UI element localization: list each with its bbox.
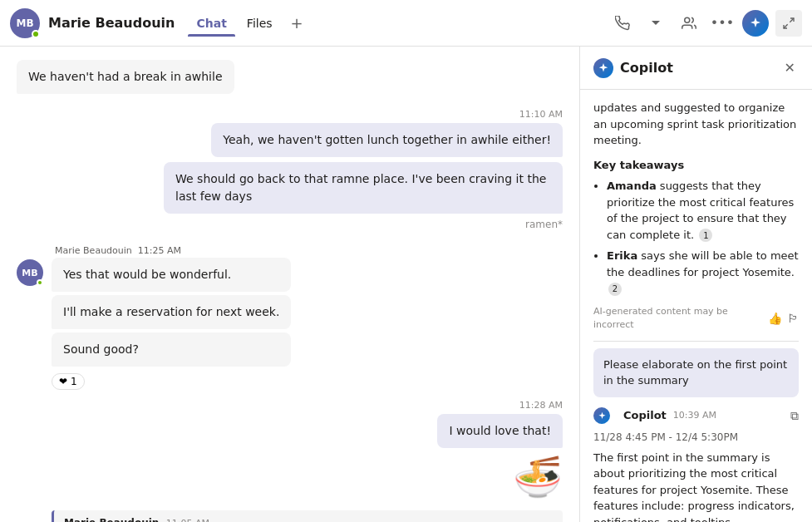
message-bubble: We haven't had a break in awhile (17, 60, 234, 94)
message-bubbles-group: Yes that would be wonderful. I'll make a… (52, 258, 291, 390)
message-group: We haven't had a break in awhile (17, 60, 563, 99)
divider (593, 341, 799, 342)
reaction-count: 1 (71, 376, 77, 387)
header-nav: Chat Files + (188, 9, 309, 37)
chat-messages-area[interactable]: We haven't had a break in awhile 11:10 A… (0, 47, 579, 522)
close-copilot-button[interactable]: ✕ (781, 57, 799, 79)
copilot-response-header: Copilot 10:39 AM ⧉ (593, 407, 799, 425)
reference-badge: 2 (608, 283, 622, 296)
sender-avatar: MB (17, 259, 43, 286)
message-group: 11:28 AM I would love that! 🍜 (17, 400, 563, 500)
message-timestamp: 11:28 AM (17, 400, 563, 411)
online-status-dot (37, 279, 43, 286)
tab-chat[interactable]: Chat (188, 12, 234, 35)
user-avatar: MB (10, 8, 40, 38)
more-options-button[interactable]: ••• (709, 10, 736, 37)
ellipsis-icon: ••• (711, 15, 734, 31)
quoted-message: Marie Beaudouin 11:05 AM Here is the lat… (52, 510, 563, 522)
outgoing-message: ramen* (17, 219, 563, 230)
header-actions: ••• (609, 10, 802, 37)
online-status-dot (32, 30, 40, 38)
copilot-header-button[interactable] (742, 10, 769, 37)
user-query-bubble: Please elaborate on the first point in t… (593, 348, 799, 397)
contact-name: Marie Beaudouin (48, 15, 175, 31)
message-bubble: We should go back to that ramne place. I… (164, 162, 563, 214)
reaction-badge[interactable]: ❤️ 1 (52, 373, 85, 390)
incoming-message-with-avatar: MB Yes that would be wonderful. I'll mak… (17, 258, 563, 390)
response-text: The first point in the summary is about … (593, 450, 799, 523)
app-header: MB Marie Beaudouin Chat Files + ••• (0, 0, 812, 47)
key-takeaways-list: Amanda suggests that they prioritize the… (593, 178, 799, 297)
message-group: Marie Beaudouin 11:05 AM Here is the lat… (17, 510, 563, 522)
ramen-correction: ramen* (525, 219, 563, 230)
copilot-panel-header: Copilot ✕ (580, 47, 812, 90)
participants-button[interactable] (676, 10, 702, 37)
incoming-message: We haven't had a break in awhile (17, 60, 563, 94)
thumbs-down-icon[interactable]: 🏳 (787, 310, 799, 327)
ramen-emoji: 🍜 (17, 453, 563, 500)
call-button[interactable] (609, 10, 636, 37)
reference-badge: 1 (699, 229, 712, 242)
outgoing-message: Yeah, we haven't gotten lunch together i… (17, 123, 563, 157)
incoming-message-with-avatar: Marie Beaudouin 11:05 AM Here is the lat… (17, 510, 563, 522)
copilot-body: updates and suggested to organize an upc… (580, 90, 812, 522)
ai-disclaimer: AI-generated content may be incorrect 👍 … (593, 305, 799, 332)
copilot-panel: Copilot ✕ updates and suggested to organ… (579, 47, 812, 522)
key-takeaways-title: Key takeaways (593, 157, 799, 174)
response-date-range: 11/28 4:45 PM - 12/4 5:30PM (593, 430, 799, 445)
outgoing-message: We should go back to that ramne place. I… (17, 162, 563, 214)
message-bubble: Yes that would be wonderful. (52, 258, 291, 292)
message-bubble: Yeah, we haven't gotten lunch together i… (211, 123, 563, 157)
message-group: 11:10 AM Yeah, we haven't gotten lunch t… (17, 109, 563, 235)
message-group: Marie Beaudouin 11:25 AM MB Yes that wou… (17, 245, 563, 390)
call-dropdown-button[interactable] (642, 10, 669, 37)
list-item: Amanda suggests that they prioritize the… (607, 178, 799, 243)
feedback-icons: 👍 🏳 (768, 310, 799, 327)
copilot-title: Copilot (620, 60, 781, 76)
reaction-emoji: ❤️ (59, 376, 67, 387)
svg-line-2 (784, 24, 788, 28)
message-bubble: Sound good? (52, 332, 291, 367)
summary-text: updates and suggested to organize an upc… (593, 100, 799, 149)
list-item: Erika says she will be able to meet the … (607, 248, 799, 297)
svg-point-0 (685, 17, 690, 22)
thumbs-up-icon[interactable]: 👍 (768, 310, 782, 327)
message-timestamp: 11:10 AM (17, 109, 563, 120)
svg-line-1 (790, 18, 794, 22)
tab-files[interactable]: Files (239, 12, 281, 35)
copilot-icon (593, 58, 613, 78)
message-bubbles-group: Marie Beaudouin 11:05 AM Here is the lat… (52, 510, 563, 522)
copy-response-button[interactable]: ⧉ (790, 407, 799, 425)
main-content: We haven't had a break in awhile 11:10 A… (0, 47, 812, 522)
outgoing-message: I would love that! (17, 414, 563, 448)
sender-timestamp: Marie Beaudouin 11:25 AM (55, 245, 563, 256)
copilot-response-icon (593, 407, 610, 424)
message-bubble: I'll make a reservation for next week. (52, 295, 291, 329)
message-bubble: I would love that! (437, 414, 563, 448)
add-tab-button[interactable]: + (284, 9, 310, 37)
expand-button[interactable] (775, 10, 802, 37)
